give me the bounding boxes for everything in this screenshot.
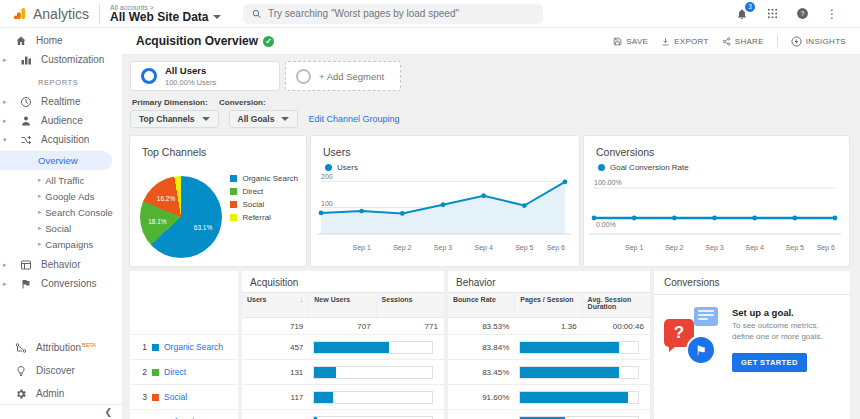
- total-sessions: 771: [377, 322, 444, 331]
- more-menu-button[interactable]: ⋮: [824, 6, 840, 22]
- sidebar-item-attribution[interactable]: AttributionBETA: [0, 338, 122, 357]
- sidebar-item-customization[interactable]: ▸ Customization: [0, 50, 122, 69]
- conversions-card: Conversions Goal Conversion Rate 100.00%…: [584, 136, 849, 266]
- top-channels-pie-chart[interactable]: 63.1%18.1%16.2%: [140, 176, 222, 258]
- svg-text:200: 200: [321, 174, 333, 180]
- sidebar-item-label: AttributionBETA: [36, 342, 96, 353]
- bounce-rate-value: 91.60%: [448, 393, 515, 402]
- column-header-sessions[interactable]: Sessions: [377, 293, 444, 317]
- legend-swatch-icon: [230, 175, 237, 182]
- legend-swatch-icon: [230, 201, 237, 208]
- share-button[interactable]: SHARE: [722, 37, 764, 46]
- sidebar-item-behavior[interactable]: ▸ Behavior: [0, 255, 122, 274]
- primary-dimension-label: Primary Dimension:: [132, 98, 219, 107]
- search-input[interactable]: [268, 8, 534, 19]
- column-header-pages-session[interactable]: Pages / Session: [515, 293, 582, 317]
- column-header-avg-session-duration[interactable]: Avg. Session Duration: [583, 293, 650, 317]
- table-row: 457: [242, 334, 444, 359]
- column-header-new-users[interactable]: New Users: [309, 293, 376, 317]
- conversion-dropdown[interactable]: All Goals: [229, 110, 299, 128]
- sidebar-item-label: Behavior: [41, 259, 80, 270]
- pie-slice-label: 63.1%: [194, 223, 212, 230]
- sidebar-item-acquisition[interactable]: ▾ Acquisition: [0, 130, 122, 149]
- svg-text:Sep 2: Sep 2: [665, 244, 683, 252]
- primary-dimension-dropdown[interactable]: Top Channels: [130, 110, 219, 128]
- channel-link[interactable]: Organic Search: [164, 342, 223, 352]
- bounce-rate-bar: [519, 391, 639, 404]
- expand-arrow-icon: ▸: [3, 280, 10, 288]
- sidebar-item-conversions[interactable]: ▸ Conversions: [0, 274, 122, 293]
- row-rank: 2: [140, 367, 147, 377]
- app-bar: Analytics All accounts > All Web Site Da…: [0, 0, 860, 28]
- table-row: 131: [242, 359, 444, 384]
- sidebar-item-admin[interactable]: Admin: [0, 384, 122, 403]
- property-name: All Web Site Data: [110, 11, 208, 24]
- sidebar-item-all-traffic[interactable]: ▸ All Traffic: [0, 172, 122, 188]
- top-channels-title: Top Channels: [130, 136, 306, 162]
- brand-name: Analytics: [33, 6, 89, 22]
- sidebar-collapse-button[interactable]: ❮: [0, 404, 122, 419]
- table-row: 83.84%: [448, 334, 650, 359]
- promo-title: Set up a goal.: [732, 307, 842, 318]
- column-header-users[interactable]: Users↓: [242, 293, 309, 317]
- sidebar: Home ▸ Customization REPORTS ▸ Realtime …: [0, 28, 122, 419]
- conversions-group: Conversions ? ⚑ Set up a goal. To see ou…: [654, 271, 850, 419]
- expand-arrow-icon: ▸: [3, 56, 10, 64]
- channel-swatch: [152, 344, 159, 351]
- row-rank: 1: [140, 342, 147, 352]
- help-button[interactable]: ?: [794, 6, 810, 22]
- customization-icon: [19, 53, 32, 66]
- apps-grid-button[interactable]: [764, 6, 780, 22]
- expand-arrow-icon: ▸: [38, 240, 41, 248]
- notifications-button[interactable]: 3: [734, 6, 750, 22]
- sidebar-item-discover[interactable]: Discover: [0, 361, 122, 380]
- edit-channel-grouping-link[interactable]: Edit Channel Grouping: [308, 114, 399, 124]
- legend-dot-icon: [325, 164, 332, 171]
- verified-check-icon: ✓: [263, 36, 274, 47]
- search-bar[interactable]: [243, 4, 543, 24]
- channel-link[interactable]: Direct: [164, 367, 186, 377]
- sidebar-item-overview-selected[interactable]: Overview: [0, 151, 112, 170]
- svg-text:100.00%: 100.00%: [594, 179, 622, 186]
- users-value: 117: [242, 393, 309, 402]
- channel-link[interactable]: Social: [164, 392, 187, 402]
- conversions-chart-title: Conversions: [584, 136, 849, 162]
- pie-slice-label: 18.1%: [148, 218, 166, 225]
- sidebar-item-label: Acquisition: [41, 134, 89, 145]
- sidebar-item-google-ads[interactable]: ▸ Google Ads: [0, 188, 122, 204]
- conversions-line-chart[interactable]: 100.00%0.00%Sep 1Sep 2Sep 3Sep 4Sep 5Sep…: [590, 174, 841, 260]
- export-button[interactable]: EXPORT: [661, 37, 709, 46]
- sidebar-item-search-console[interactable]: ▸ Search Console: [0, 204, 122, 220]
- sort-arrow-icon: ↓: [300, 296, 304, 314]
- table-row: 37.50%: [448, 409, 650, 419]
- toolbar-divider: [777, 35, 778, 47]
- add-segment-button[interactable]: + Add Segment: [285, 61, 401, 91]
- users-line-chart[interactable]: 200100Sep 1Sep 2Sep 3Sep 4Sep 5Sep 6: [317, 174, 571, 260]
- column-header-bounce-rate[interactable]: Bounce Rate: [448, 293, 515, 317]
- conversions-legend: Goal Conversion Rate: [598, 163, 689, 172]
- account-switcher[interactable]: All accounts > All Web Site Data: [99, 3, 230, 25]
- svg-text:Sep 1: Sep 1: [625, 244, 643, 252]
- sidebar-item-home[interactable]: Home: [0, 31, 122, 50]
- sidebar-item-label: Home: [36, 35, 63, 46]
- conversions-group-title: Conversions: [654, 271, 850, 295]
- segment-all-users[interactable]: All Users 100.00% Users: [130, 61, 280, 91]
- sidebar-item-audience[interactable]: ▸ Audience: [0, 111, 122, 130]
- legend-dot-icon: [598, 164, 605, 171]
- conversion-label: Conversion:: [219, 98, 266, 107]
- pie-legend: Organic SearchDirectSocialReferral: [230, 174, 298, 222]
- get-started-button[interactable]: GET STARTED: [732, 353, 807, 372]
- sidebar-item-label: Conversions: [41, 278, 97, 289]
- save-button[interactable]: SAVE: [613, 37, 648, 46]
- users-card: Users Users 200100Sep 1Sep 2Sep 3Sep 4Se…: [311, 136, 579, 266]
- svg-text:Sep 3: Sep 3: [434, 244, 452, 252]
- sidebar-item-social[interactable]: ▸ Social: [0, 220, 122, 236]
- users-bar: [313, 416, 433, 419]
- segment-ring-icon: [141, 68, 157, 84]
- sidebar-item-campaigns[interactable]: ▸ Campaigns: [0, 236, 122, 252]
- insights-button[interactable]: INSIGHTS: [791, 36, 846, 47]
- expand-arrow-icon: ▸: [38, 208, 41, 216]
- analytics-logo[interactable]: Analytics: [0, 6, 99, 22]
- legend-swatch-icon: [230, 214, 237, 221]
- sidebar-item-realtime[interactable]: ▸ Realtime: [0, 92, 122, 111]
